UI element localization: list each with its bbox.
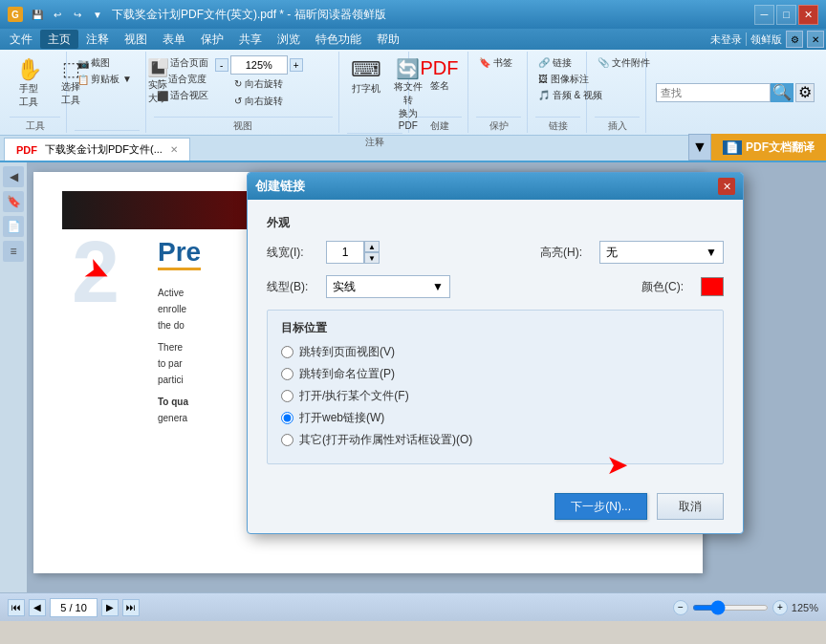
search-settings-btn[interactable]: ⚙ [795, 83, 815, 102]
radio-named-location-input[interactable] [281, 368, 293, 380]
fit-visible-btn[interactable]: ⬛ 适合视区 [154, 88, 211, 103]
line-type-select-arrow: ▼ [432, 280, 444, 293]
translate-btn[interactable]: 📄 PDF文档翻译 [711, 134, 826, 161]
dialog-title-bar: 创建链接 ✕ [248, 173, 743, 200]
red-arrow-2: ➤ [606, 449, 628, 481]
file-attachment-btn[interactable]: 📎 文件附件 [595, 55, 653, 71]
navigation-controls: ⏮ ◀ ▶ ⏭ [8, 598, 140, 617]
radio-open-file[interactable]: 打开/执行某个文件(F) [281, 388, 709, 404]
radio-named-location[interactable]: 跳转到命名位置(P) [281, 366, 709, 382]
rotate-right-btn[interactable]: ↻ 向右旋转 [231, 76, 286, 92]
menu-annotation[interactable]: 注释 [78, 30, 117, 49]
screenshot-btn[interactable]: 📷 截图 [75, 55, 135, 71]
radio-open-file-input[interactable] [281, 390, 293, 402]
maximize-btn[interactable]: □ [776, 5, 796, 25]
zoom-slider[interactable] [692, 605, 769, 611]
dropdown-quick-btn[interactable]: ▼ [89, 6, 106, 23]
hand-tool-btn[interactable]: ✋ 手型工具 [10, 55, 48, 111]
menu-file[interactable]: 文件 [2, 30, 40, 49]
typewriter-icon: ⌨ [351, 57, 381, 82]
zoom-level-display[interactable]: 125% [230, 55, 288, 75]
fit-width-icon: ↔ [157, 75, 166, 85]
search-btn[interactable]: 🔍 [771, 83, 793, 102]
menu-view[interactable]: 视图 [117, 30, 155, 49]
color-label: 颜色(C): [641, 279, 689, 295]
ribbon: ✋ 手型工具 ⬚ 选择工具 工具 📷 截图 📋 剪贴板 ▼ [0, 50, 826, 136]
zoom-controls: − + 125% [673, 600, 818, 615]
page-number-input[interactable] [50, 598, 98, 617]
spinner-up-btn[interactable]: ▲ [364, 241, 380, 252]
next-page-btn[interactable]: ▶ [101, 599, 119, 616]
line-width-spinner[interactable]: ▲ ▼ [326, 241, 380, 264]
menu-features[interactable]: 特色功能 [308, 30, 369, 49]
tab-close-btn[interactable]: ✕ [170, 144, 178, 155]
typewriter-btn[interactable]: ⌨ 打字机 [347, 55, 385, 97]
ribbon-group-links: 🔗 链接 🖼 图像标注 🎵 音频 & 视频 链接 [530, 52, 587, 133]
dialog-close-btn[interactable]: ✕ [718, 178, 735, 195]
prev-page-btn[interactable]: ◀ [29, 599, 46, 616]
height-select-arrow: ▼ [706, 246, 717, 259]
line-width-input[interactable] [326, 241, 364, 264]
close-btn[interactable]: ✕ [798, 5, 818, 25]
fit-width-btn[interactable]: ↔ 适合宽度 [154, 72, 211, 87]
spinner-down-btn[interactable]: ▼ [364, 252, 380, 264]
height-label: 高亮(H): [540, 245, 588, 261]
cancel-btn[interactable]: 取消 [657, 493, 724, 520]
minimize-btn[interactable]: ─ [754, 5, 774, 25]
menu-help[interactable]: 帮助 [369, 30, 407, 49]
sidebar-bookmark-btn[interactable]: 🔖 [3, 191, 24, 212]
search-input[interactable] [656, 83, 771, 102]
menu-share[interactable]: 共享 [231, 30, 270, 49]
radio-page-view[interactable]: 跳转到页面视图(V) [281, 344, 709, 360]
typewriter-group-label: 注释 [347, 133, 402, 149]
radio-web-link-label: 打开web链接(W) [299, 410, 384, 426]
zoom-in-btn[interactable]: + [290, 58, 303, 72]
radio-other-input[interactable] [281, 434, 293, 446]
create-link-dialog: 创建链接 ✕ 外观 线宽(I): ▲ ▼ 高亮(H): 无 [247, 172, 744, 534]
color-picker[interactable] [701, 277, 724, 296]
line-width-row: 线宽(I): ▲ ▼ 高亮(H): 无 ▼ [267, 241, 724, 264]
radio-page-view-input[interactable] [281, 346, 293, 358]
close-app-btn[interactable]: ✕ [807, 31, 824, 48]
height-select-value: 无 [606, 245, 618, 261]
ribbon-group-create: PDF 签名 创建 [411, 52, 468, 133]
first-page-btn[interactable]: ⏮ [8, 599, 25, 616]
pdf-sign-btn[interactable]: PDF 签名 [417, 55, 462, 95]
height-select[interactable]: 无 ▼ [599, 241, 724, 264]
save-quick-btn[interactable]: 💾 [29, 6, 46, 23]
line-type-label: 线型(B): [267, 279, 315, 295]
menu-browse[interactable]: 浏览 [270, 30, 308, 49]
app-icon: G [8, 7, 23, 22]
sidebar-layers-btn[interactable]: ≡ [3, 241, 24, 262]
tab-dropdown-btn[interactable]: ▼ [688, 134, 711, 161]
clipboard-group-label [75, 130, 140, 133]
radio-web-link-input[interactable] [281, 412, 293, 424]
clipboard-btn[interactable]: 📋 剪贴板 ▼ [75, 72, 135, 87]
menu-form[interactable]: 表单 [155, 30, 193, 49]
menu-protect[interactable]: 保护 [193, 30, 231, 49]
redo-quick-btn[interactable]: ↪ [69, 6, 86, 23]
next-btn[interactable]: 下一步(N)... [554, 493, 647, 520]
undo-quick-btn[interactable]: ↩ [49, 6, 66, 23]
zoom-out-btn[interactable]: - [215, 58, 228, 72]
create-group-label: 创建 [417, 117, 462, 133]
protect-group-label: 保护 [476, 117, 521, 133]
zoom-in-status-btn[interactable]: + [772, 600, 788, 615]
radio-other[interactable]: 其它(打开动作属性对话框设置)(O) [281, 432, 709, 448]
bookmarks-btn[interactable]: 🔖 书签 [476, 55, 515, 71]
line-type-select[interactable]: 实线 ▼ [326, 275, 450, 298]
fit-page-btn[interactable]: ⬜ 适合页面 [154, 55, 211, 71]
settings-btn[interactable]: ⚙ [786, 31, 803, 48]
last-page-btn[interactable]: ⏭ [122, 599, 140, 616]
menu-home[interactable]: 主页 [40, 30, 78, 49]
fit-page-icon: ⬜ [157, 58, 168, 69]
zoom-out-status-btn[interactable]: − [673, 600, 688, 615]
clipboard-icon: 📋 [77, 75, 89, 85]
ribbon-group-view: ⬜ 适合页面 ↔ 适合宽度 ⬛ 适合视区 - 125% + [148, 52, 339, 133]
radio-web-link[interactable]: 打开web链接(W) [281, 410, 709, 426]
screenshot-icon: 📷 [77, 58, 89, 69]
rotate-left-btn[interactable]: ↺ 向右旋转 [231, 94, 286, 109]
sidebar-nav-btn[interactable]: ◀ [3, 166, 24, 187]
document-tab[interactable]: PDF 下载奖金计划PDF文件(... ✕ [4, 138, 190, 161]
sidebar-pages-btn[interactable]: 📄 [3, 216, 24, 237]
